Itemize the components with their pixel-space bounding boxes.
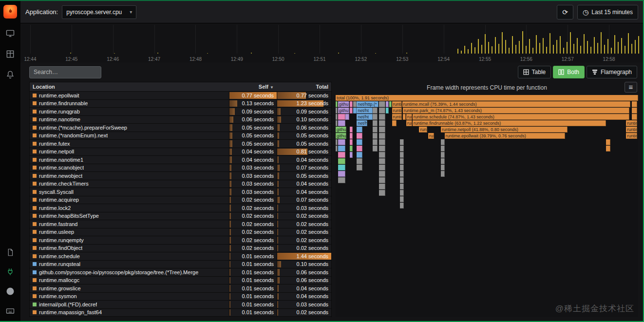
flame-frame[interactable] (350, 152, 353, 158)
flame-frame[interactable] (379, 114, 386, 120)
table-row[interactable]: runtime.nanotime0.06 seconds0.10 seconds (30, 116, 331, 124)
timeline-bar[interactable] (570, 32, 571, 54)
flame-frame[interactable] (379, 146, 386, 152)
timeline-bar[interactable] (457, 49, 458, 54)
timeline-bar[interactable] (563, 48, 564, 54)
timeline-bar[interactable] (625, 46, 625, 54)
flame-frame[interactable]: githu (338, 108, 350, 114)
flame-frame[interactable] (353, 108, 357, 114)
flame-frame[interactable]: runtim (392, 101, 402, 107)
flame-frame[interactable] (379, 101, 386, 107)
flame-frame[interactable] (389, 101, 392, 107)
flame-frame[interactable]: runtime.findrunnable (63.87%, 1.22 secon… (413, 120, 606, 126)
timeline-bar[interactable] (468, 49, 469, 54)
timeline-bar[interactable] (543, 38, 544, 54)
flame-frame[interactable] (379, 190, 386, 196)
flame-frame[interactable] (441, 146, 445, 152)
view-flamegraph-button[interactable]: Flamegraph (587, 66, 637, 78)
timeline-bar[interactable] (464, 46, 465, 54)
flame-frame[interactable] (632, 108, 637, 114)
timeline-bar[interactable] (474, 47, 475, 54)
table-row[interactable]: runtime.usleep0.02 seconds0.02 seconds (30, 228, 331, 237)
flame-frame[interactable] (373, 139, 377, 145)
table-row[interactable]: runtime.sysmon0.01 seconds0.04 seconds (30, 293, 331, 301)
timeline-bar[interactable] (488, 42, 489, 54)
flame-frame[interactable]: runtim (626, 120, 637, 126)
flame-frame[interactable] (379, 171, 386, 177)
timeline-bar[interactable] (635, 40, 636, 54)
timeline-bar[interactable] (584, 34, 585, 54)
flame-frame[interactable] (441, 165, 445, 170)
timeline-bar[interactable] (492, 46, 492, 54)
timeline-bar[interactable] (515, 45, 516, 54)
timeline-bar[interactable] (526, 46, 527, 54)
sidebar-item-github[interactable] (5, 286, 16, 297)
sidebar-item-comparison-view[interactable] (5, 49, 16, 59)
flame-frame[interactable]: run (406, 120, 412, 126)
flame-frame[interactable] (357, 165, 362, 170)
flame-frame[interactable]: net/http.(* (357, 101, 379, 107)
flame-frame[interactable] (338, 152, 345, 158)
flame-frame[interactable] (357, 152, 362, 158)
flame-frame[interactable] (338, 171, 345, 177)
flame-frame[interactable] (338, 177, 345, 183)
table-row[interactable]: runtime.schedule0.01 seconds1.44 seconds (30, 252, 331, 261)
view-both-button[interactable]: Both (553, 66, 585, 78)
flame-frame[interactable]: total (100%, 1.91 seconds) (336, 95, 638, 101)
pyroscope-logo[interactable] (3, 5, 17, 19)
flame-frame[interactable] (386, 108, 389, 114)
flame-frame[interactable] (606, 139, 611, 145)
flame-frame[interactable]: githu (338, 101, 350, 107)
timeline-bar[interactable] (481, 45, 482, 54)
flame-frame[interactable] (441, 158, 445, 164)
flame-frame[interactable] (357, 127, 362, 133)
table-row[interactable]: runtime.acquirep0.02 seconds0.07 seconds (30, 196, 331, 205)
timeline[interactable]: 12:4412:4512:4612:4712:4812:4912:5012:51… (20, 23, 643, 62)
timeline-bar[interactable] (597, 43, 598, 54)
timeline-bar[interactable] (485, 34, 486, 54)
timeline-bar[interactable] (471, 43, 472, 54)
flame-frame[interactable] (373, 127, 377, 133)
timeline-bar[interactable] (522, 31, 523, 54)
flame-frame[interactable] (338, 120, 345, 126)
view-table-button[interactable]: Table (518, 66, 551, 78)
flame-frame[interactable] (379, 158, 386, 164)
flame-frame[interactable] (632, 114, 637, 120)
timeline-bar[interactable] (587, 41, 588, 54)
flame-frame[interactable]: runtime.park_m (74.87%, 1.43 seconds) (403, 108, 629, 114)
timeline-bar[interactable] (495, 37, 496, 54)
flame-frame[interactable] (373, 108, 377, 114)
flame-frame[interactable]: net/h (357, 120, 367, 126)
sidebar-item-single-view[interactable] (5, 28, 16, 39)
timeline-bar[interactable] (536, 35, 537, 54)
column-header-location[interactable]: Location (30, 84, 229, 90)
table-row[interactable]: runtime.runqsteal0.01 seconds0.10 second… (30, 261, 331, 269)
flame-frame[interactable] (379, 165, 386, 170)
flame-frame[interactable] (379, 139, 386, 145)
flame-frame[interactable] (400, 171, 404, 177)
flame-frame[interactable] (350, 133, 353, 139)
timeline-bar[interactable] (614, 35, 615, 54)
column-header-total[interactable]: Total (277, 84, 331, 90)
table-row[interactable]: runtime.findrunnable0.13 seconds1.23 sec… (30, 100, 331, 108)
table-row[interactable]: github.com/pyroscope-io/pyroscope/pkg/st… (30, 268, 331, 277)
timeline-bar[interactable] (556, 40, 557, 54)
table-row[interactable]: runtime.mallocgc0.01 seconds0.06 seconds (30, 277, 331, 285)
flame-frame[interactable] (338, 114, 345, 120)
timeline-bar[interactable] (502, 32, 503, 54)
flame-frame[interactable] (379, 108, 386, 114)
flame-frame[interactable] (441, 152, 445, 158)
refresh-button[interactable]: ⟳ (557, 5, 573, 19)
flame-frame[interactable] (400, 165, 404, 170)
table-row[interactable]: runtime.(*mcache).prepareForSweep0.05 se… (30, 124, 331, 132)
flame-frame[interactable] (338, 158, 345, 164)
flame-frame[interactable] (350, 101, 353, 107)
table-row[interactable]: runtime.newobject0.03 seconds0.05 second… (30, 172, 331, 180)
flame-frame[interactable] (400, 203, 404, 208)
timeline-bar[interactable] (580, 46, 581, 54)
flame-frame[interactable] (400, 177, 404, 183)
table-row[interactable]: syscall.Syscall0.03 seconds0.04 seconds (30, 188, 331, 196)
table-row[interactable]: internal/poll.(*FD).decref0.01 seconds0.… (30, 301, 331, 309)
table-row[interactable]: runtime.growslice0.01 seconds0.04 second… (30, 284, 331, 293)
flame-frame[interactable]: runtime.schedule (74.87%, 1.43 seconds) (413, 114, 629, 120)
